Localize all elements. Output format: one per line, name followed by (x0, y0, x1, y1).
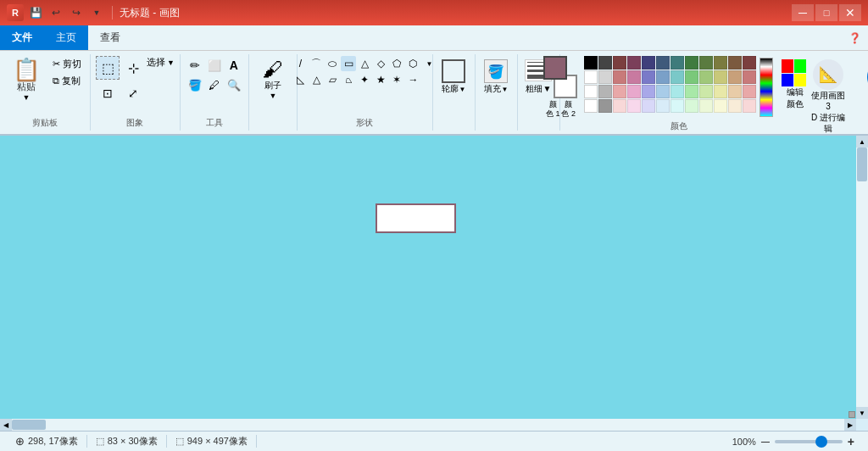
color-swatch-vlt4[interactable] (627, 85, 641, 98)
brush-button[interactable]: 🖌 刷子 ▼ (254, 56, 292, 103)
color-swatch-pvlt7[interactable] (670, 99, 684, 113)
color-swatch-pvlt4[interactable] (627, 99, 641, 113)
zoom-slider[interactable] (775, 440, 843, 443)
product-button[interactable]: i 产品 提醒 (864, 56, 868, 124)
hscroll-thumb[interactable] (12, 420, 46, 430)
pencil-button[interactable]: ✏ (186, 56, 204, 75)
text-button[interactable]: A (225, 56, 243, 75)
eyedropper-button[interactable]: 🖊 (205, 75, 224, 94)
hscroll-right-btn[interactable]: ▶ (844, 419, 856, 431)
color-swatch-lt7[interactable] (685, 70, 698, 84)
color-swatch-pvlt6[interactable] (656, 99, 670, 113)
fill-tool-button[interactable]: 🪣 (186, 75, 204, 94)
shape-rect-button[interactable]: ▭ (341, 56, 356, 71)
shape-star4-button[interactable]: ✦ (357, 72, 372, 87)
color-swatch-vlt5[interactable] (642, 85, 655, 98)
canvas-resize-handle[interactable] (849, 411, 855, 418)
color-swatch-dark1[interactable] (598, 56, 612, 70)
color-swatch-pvlt5[interactable] (642, 99, 655, 113)
shape-trap-button[interactable]: ⏢ (341, 72, 356, 87)
color-swatch-lt8[interactable] (699, 70, 713, 84)
outline-button[interactable]: 轮廓▼ (433, 56, 474, 98)
maximize-button[interactable]: □ (815, 4, 837, 21)
minimize-button[interactable]: ─ (792, 4, 814, 21)
color-swatch-vlt3[interactable] (613, 85, 626, 98)
color-swatch-black[interactable] (584, 56, 598, 70)
color-swatch-vlt11[interactable] (728, 85, 742, 98)
resize-button[interactable]: ⤢ (121, 81, 145, 105)
color-swatch-pvlt9[interactable] (699, 99, 713, 113)
color-swatch-dark6[interactable] (670, 56, 684, 70)
cut-button[interactable]: ✂ 剪切 (49, 56, 85, 72)
color-swatch-white[interactable] (584, 70, 598, 84)
color-swatch-vlt6[interactable] (656, 85, 670, 98)
color-swatch-dark2[interactable] (613, 56, 626, 70)
color-swatch-dark7[interactable] (685, 56, 698, 70)
quickaccess-arrow[interactable]: ▼ (88, 4, 105, 21)
zoom-out-btn[interactable]: ─ (761, 436, 770, 448)
color-swatch-pvlt1[interactable] (584, 99, 598, 113)
magnifier-button[interactable]: 🔍 (225, 75, 243, 94)
brush-arrow[interactable]: ▼ (269, 92, 276, 100)
hscrollbar[interactable]: ◀ ▶ (0, 419, 856, 431)
vscroll-up-btn[interactable]: ▲ (856, 136, 868, 148)
shape-star5-button[interactable]: ★ (373, 72, 388, 87)
shape-star6-button[interactable]: ✶ (389, 72, 404, 87)
quickaccess-save[interactable]: 💾 (27, 4, 44, 21)
select-rect-button[interactable]: ⬚ (96, 56, 120, 80)
paste-button[interactable]: 📋 粘贴 ▼ (5, 56, 47, 104)
color-swatch-pvlt10[interactable] (714, 99, 727, 113)
color-swatch-vlt8[interactable] (685, 85, 698, 98)
color1-swatch[interactable] (543, 56, 567, 80)
hscroll-left-btn[interactable]: ◀ (0, 419, 12, 431)
close-button[interactable]: ✕ (839, 4, 861, 21)
select-free-button[interactable]: ⊹ (121, 56, 145, 80)
shape-penta-button[interactable]: ⬠ (389, 56, 404, 71)
quickaccess-undo[interactable]: ↩ (47, 4, 64, 21)
color-swatch-lt4[interactable] (642, 70, 655, 84)
shape-rright-button[interactable]: ◺ (292, 72, 308, 87)
canvas-container[interactable]: ▲ ▼ ◀ ▶ (0, 136, 868, 431)
color-swatch-lt6[interactable] (670, 70, 684, 84)
canvas-area[interactable] (0, 136, 856, 419)
help-btn[interactable]: ❓ (842, 25, 868, 50)
menu-home[interactable]: 主页 (44, 25, 88, 50)
color-swatch-vlt2[interactable] (598, 85, 612, 98)
paste-arrow[interactable]: ▼ (23, 93, 31, 102)
eraser-button[interactable]: ⬜ (205, 56, 224, 75)
menu-file[interactable]: 文件 (0, 25, 44, 50)
canvas-page[interactable] (0, 136, 856, 419)
gradient-swatch[interactable] (760, 58, 773, 117)
shape-oval-button[interactable]: ⬭ (325, 56, 340, 71)
color-swatch-lt5[interactable] (656, 70, 670, 84)
color-swatch-lt2[interactable] (613, 70, 626, 84)
shape-para-button[interactable]: ▱ (325, 72, 340, 87)
color-swatch-vlt12[interactable] (743, 85, 756, 98)
shape-diamond-button[interactable]: ◇ (373, 56, 388, 71)
crop-button[interactable]: ⊡ (96, 81, 120, 105)
zoom-in-btn[interactable]: + (848, 436, 854, 448)
color-swatch-pvlt2[interactable] (598, 99, 612, 113)
color-swatch-dark11[interactable] (743, 56, 756, 70)
vscrollbar[interactable]: ▲ ▼ (856, 136, 868, 419)
edit-3d-button[interactable]: 📐 使用画图 3 D 进行编辑 (803, 56, 854, 136)
shape-line-button[interactable]: / (292, 56, 308, 71)
shape-curve-button[interactable]: ⌒ (309, 56, 324, 71)
quickaccess-redo[interactable]: ↪ (68, 4, 85, 21)
menu-view[interactable]: 查看 (88, 25, 132, 50)
vscroll-track[interactable] (856, 148, 868, 407)
color-swatch-pvlt12[interactable] (743, 99, 756, 113)
color-swatch-pvlt11[interactable] (728, 99, 742, 113)
color-swatch-lt3[interactable] (627, 70, 641, 84)
color-swatch-lt11[interactable] (743, 70, 756, 84)
copy-button[interactable]: ⧉ 复制 (49, 73, 85, 89)
color-swatch-vlt10[interactable] (714, 85, 727, 98)
color-swatch-lt9[interactable] (714, 70, 727, 84)
vscroll-thumb[interactable] (857, 148, 867, 181)
hscroll-track[interactable] (12, 419, 844, 431)
color-swatch-dark3[interactable] (627, 56, 641, 70)
color-swatch-vlt9[interactable] (699, 85, 713, 98)
color-swatch-pvlt3[interactable] (613, 99, 626, 113)
color-swatch-lt10[interactable] (728, 70, 742, 84)
color-swatch-lt1[interactable] (598, 70, 612, 84)
